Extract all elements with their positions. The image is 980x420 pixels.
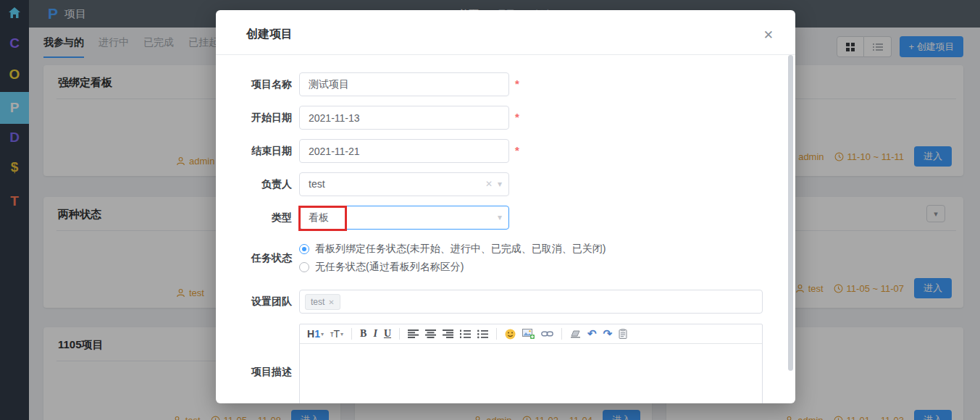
heading-icon[interactable]: H1▾ [307, 327, 324, 341]
align-right-icon[interactable] [443, 327, 453, 341]
eraser-icon[interactable] [570, 327, 581, 341]
radio-unselected-icon[interactable] [299, 262, 309, 272]
field-label-description: 项目描述 [216, 366, 292, 379]
project-name-input[interactable] [299, 72, 509, 96]
end-date-input[interactable] [299, 139, 509, 163]
toolbar-separator [561, 328, 562, 340]
team-select[interactable]: test ✕ [299, 290, 763, 314]
start-date-input[interactable] [299, 106, 509, 130]
clear-icon[interactable]: ✕ [485, 173, 493, 196]
bold-icon[interactable]: B [360, 327, 367, 341]
underline-icon[interactable]: U [384, 327, 391, 341]
field-label-type: 类型 [216, 211, 292, 224]
undo-icon[interactable]: ↶ [587, 327, 597, 341]
chevron-down-icon: ▾ [340, 331, 343, 337]
field-label-end-date: 结束日期 [216, 145, 292, 158]
align-center-icon[interactable] [425, 327, 436, 341]
chevron-down-icon: ▾ [321, 331, 324, 337]
owner-select[interactable]: test ✕ ▾ [299, 172, 509, 196]
radio-option-no-status[interactable]: 无任务状态(通过看板列名称区分) [299, 261, 464, 274]
editor-content[interactable] [300, 344, 762, 403]
highlight-annotation-box [298, 206, 347, 231]
chevron-down-icon: ▾ [498, 173, 502, 196]
link-icon[interactable] [541, 327, 553, 341]
emoji-icon[interactable] [505, 327, 516, 341]
description-editor[interactable]: H1▾ тT▾ B I U ↶ ↷ [299, 324, 763, 403]
required-asterisk: * [515, 111, 519, 123]
font-size-icon[interactable]: тT▾ [330, 327, 343, 341]
team-tag: test ✕ [305, 294, 340, 310]
modal-title: 创建项目 [246, 27, 293, 42]
required-asterisk: * [515, 144, 519, 156]
toolbar-separator [399, 328, 400, 340]
toolbar-separator [496, 328, 497, 340]
unordered-list-icon[interactable] [477, 327, 488, 341]
field-label-team: 设置团队 [216, 295, 292, 308]
redo-icon[interactable]: ↷ [603, 327, 613, 341]
clipboard-icon[interactable] [619, 327, 627, 341]
required-asterisk: * [515, 77, 519, 90]
field-label-task-status: 任务状态 [216, 252, 292, 265]
modal-scrollbar[interactable] [788, 55, 793, 371]
editor-toolbar: H1▾ тT▾ B I U ↶ ↷ [300, 324, 762, 344]
italic-icon[interactable]: I [373, 327, 377, 341]
image-icon[interactable] [522, 327, 535, 341]
tag-remove-icon[interactable]: ✕ [328, 298, 334, 306]
align-left-icon[interactable] [408, 327, 419, 341]
modal-divider [216, 54, 795, 55]
ordered-list-icon[interactable] [460, 327, 471, 341]
radio-option-bound-status[interactable]: 看板列绑定任务状态(未开始、进行中、已完成、已取消、已关闭) [299, 243, 606, 256]
field-label-name: 项目名称 [216, 78, 292, 91]
radio-selected-icon[interactable] [299, 244, 309, 254]
field-label-start-date: 开始日期 [216, 112, 292, 125]
field-label-owner: 负责人 [216, 178, 292, 191]
chevron-down-icon: ▾ [498, 206, 502, 229]
close-icon[interactable]: ✕ [763, 28, 774, 43]
toolbar-separator [351, 328, 352, 340]
